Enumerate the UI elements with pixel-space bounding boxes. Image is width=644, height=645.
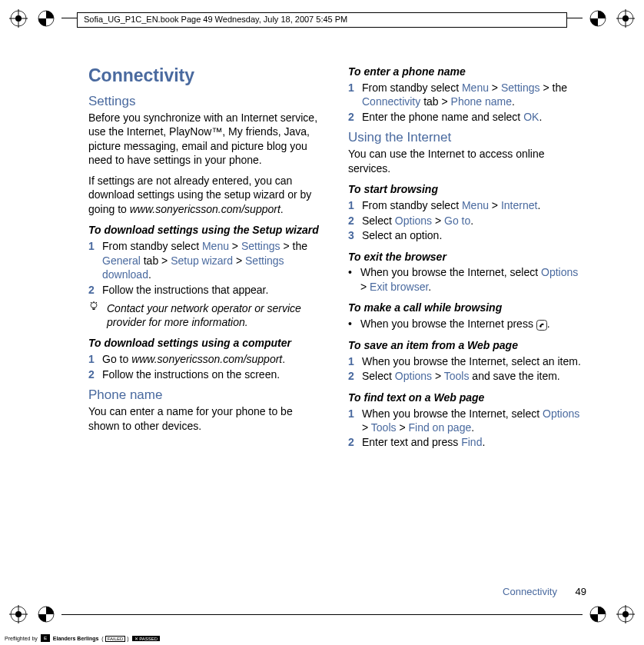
registration-mark-icon <box>9 9 28 28</box>
registration-mark-icon <box>616 605 635 623</box>
step-1: 1 When you browse the Internet, select a… <box>348 354 586 368</box>
step-2: 2 Enter the phone name and select OK. <box>348 110 586 124</box>
right-column: To enter a phone name 1 From standby sel… <box>348 65 586 576</box>
svg-line-24 <box>96 302 97 303</box>
step-number: 2 <box>88 367 98 381</box>
step-body: Select an option. <box>362 228 586 242</box>
page-content: Connectivity Settings Before you synchro… <box>88 65 586 576</box>
bullet-dot-icon: • <box>348 317 354 331</box>
step-2: 2 Follow the instructions that appear. <box>88 283 327 297</box>
step-number: 1 <box>88 352 98 366</box>
footer-page-number: 49 <box>576 586 586 597</box>
subhead-find-text: To find text on a Web page <box>348 391 586 405</box>
step-body: When you browse the Internet, select Opt… <box>362 407 586 435</box>
step-2: 2 Enter text and press Find. <box>348 435 586 449</box>
step-number: 2 <box>88 283 98 297</box>
crop-line <box>61 614 583 615</box>
page-footer: Connectivity 49 <box>503 586 586 597</box>
preflight-logo-icon: E <box>41 634 50 643</box>
registration-mark-icon <box>37 605 55 623</box>
registration-mark-icon <box>589 9 607 28</box>
step-2: 2 Select Options > Go to. <box>348 214 586 228</box>
step-number: 1 <box>348 81 357 109</box>
step-number: 3 <box>348 228 357 242</box>
footer-section: Connectivity <box>503 586 557 597</box>
subhead-call-while-browsing: To make a call while browsing <box>348 301 586 315</box>
phone-name-intro: You can enter a name for your phone to b… <box>88 404 327 433</box>
section-settings: Settings <box>88 94 327 109</box>
step-body: From standby select Menu > Settings > th… <box>102 239 327 281</box>
subhead-enter-phone-name: To enter a phone name <box>348 65 586 79</box>
settings-intro: Before you synchronize with an Internet … <box>88 111 327 168</box>
step-1: 1 From standby select Menu > Settings > … <box>88 239 327 281</box>
subhead-save-item: To save an item from a Web page <box>348 339 586 353</box>
registration-mark-icon <box>37 9 55 28</box>
header-text: Sofia_UG_P1C_EN.book Page 49 Wednesday, … <box>84 15 347 24</box>
bullet-dot-icon: • <box>348 265 354 294</box>
step-body: Select Options > Tools and save the item… <box>362 369 586 383</box>
call-key-icon <box>536 320 547 331</box>
settings-intro-2: If settings are not already entered, you… <box>88 174 327 216</box>
step-number: 2 <box>348 435 357 449</box>
tip-note: Contact your network operator or service… <box>88 301 327 329</box>
step-body: From standby select Menu > Internet. <box>362 198 586 212</box>
registration-mark-icon <box>616 9 635 28</box>
step-body: Follow the instructions on the screen. <box>102 367 327 381</box>
step-number: 1 <box>348 354 357 368</box>
page-header-bar: Sofia_UG_P1C_EN.book Page 49 Wednesday, … <box>77 12 567 28</box>
internet-intro: You can use the Internet to access onlin… <box>348 147 586 175</box>
step-1: 1 When you browse the Internet, select O… <box>348 407 586 435</box>
step-number: 2 <box>348 110 357 124</box>
section-phone-name: Phone name <box>88 387 327 403</box>
preflight-failed-badge: ( FAILED ) <box>101 636 128 641</box>
svg-point-20 <box>91 303 97 308</box>
left-column: Connectivity Settings Before you synchro… <box>88 65 327 576</box>
step-number: 2 <box>348 214 357 228</box>
preflight-brand: Elanders Berlings <box>53 636 99 641</box>
subhead-download-wizard: To download settings using the Setup wiz… <box>88 224 327 238</box>
section-using-internet: Using the Internet <box>348 130 586 145</box>
tip-icon <box>88 301 101 329</box>
step-body: Enter text and press Find. <box>362 435 586 449</box>
preflight-label: Preflighted by <box>5 636 38 641</box>
step-body: Follow the instructions that appear. <box>102 283 327 297</box>
bullet-body: When you browse the Internet, select Opt… <box>360 265 586 294</box>
bullet-item: • When you browse the Internet, select O… <box>348 265 586 294</box>
bullet-item: • When you browse the Internet press . <box>348 317 586 331</box>
step-number: 1 <box>348 407 357 435</box>
step-2: 2 Follow the instructions on the screen. <box>88 367 327 381</box>
step-body: Select Options > Go to. <box>362 214 586 228</box>
chapter-title: Connectivity <box>88 65 327 86</box>
preflight-bar: Preflighted by E Elanders Berlings ( FAI… <box>5 634 160 643</box>
svg-line-23 <box>91 302 91 303</box>
step-1: 1 Go to www.sonyericsson.com/support. <box>88 352 327 366</box>
step-1: 1 From standby select Menu > Internet. <box>348 198 586 212</box>
step-body: Go to www.sonyericsson.com/support. <box>102 352 327 366</box>
bullet-body: When you browse the Internet press . <box>360 317 586 331</box>
svg-text:E: E <box>44 636 47 640</box>
step-number: 2 <box>348 369 357 383</box>
step-number: 1 <box>348 198 357 212</box>
step-3: 3 Select an option. <box>348 228 586 242</box>
step-body: Enter the phone name and select OK. <box>362 110 586 124</box>
step-number: 1 <box>88 239 98 281</box>
registration-mark-icon <box>9 605 28 623</box>
step-body: From standby select Menu > Settings > th… <box>362 81 586 109</box>
subhead-download-computer: To download settings using a computer <box>88 337 327 351</box>
tip-text: Contact your network operator or service… <box>107 301 327 329</box>
subhead-start-browsing: To start browsing <box>348 183 586 197</box>
step-body: When you browse the Internet, select an … <box>362 354 586 368</box>
step-1: 1 From standby select Menu > Settings > … <box>348 81 586 109</box>
preflight-passed-badge: ✕ PASSED <box>132 636 161 641</box>
step-2: 2 Select Options > Tools and save the it… <box>348 369 586 383</box>
subhead-exit-browser: To exit the browser <box>348 251 586 264</box>
registration-mark-icon <box>589 605 607 623</box>
